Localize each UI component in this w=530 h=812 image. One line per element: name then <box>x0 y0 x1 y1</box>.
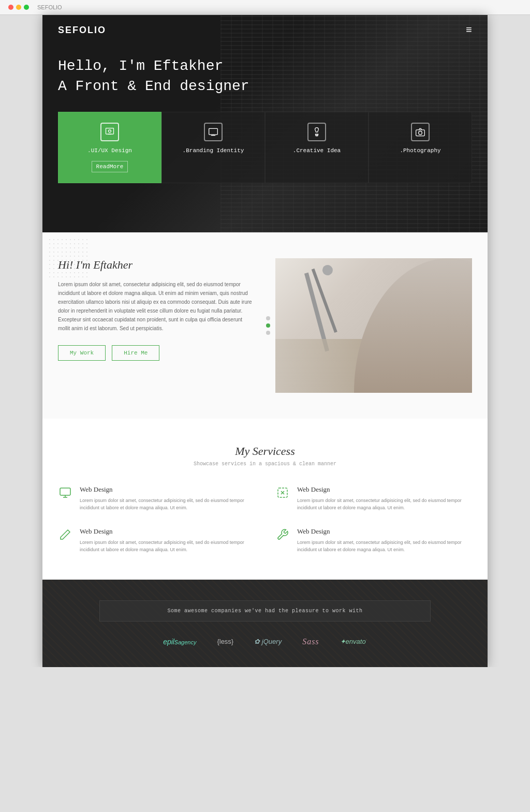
client-logo-epils: epilsagency <box>163 638 196 646</box>
svg-rect-0 <box>106 128 114 135</box>
browser-chrome: SEFOLIO <box>0 0 530 15</box>
hero-line1: Hello, I'm Eftakher <box>58 58 223 74</box>
logo-prefix: SE <box>58 25 72 35</box>
dots-indicator <box>266 316 270 335</box>
service-item-1-text: Lorem ipsum dolor sit amet, consectetur … <box>80 497 255 512</box>
clients-logos: epilsagency {less} ✿ jQuery Sass ✦envato… <box>58 637 472 646</box>
about-text: Lorem ipsum dolor sit amet, consectetur … <box>58 280 255 333</box>
service-cards: .UI/UX Design ReadMore .Branding Identit… <box>58 112 472 183</box>
hero-section: SEFOLIO ≡ Hello, I'm Eftakher A Front & … <box>42 15 488 232</box>
about-left: Hi! I'm Eftakher Lorem ipsum dolor sit a… <box>58 258 260 361</box>
hero-heading: Hello, I'm Eftakher A Front & End design… <box>58 56 472 96</box>
my-work-button[interactable]: My Work <box>58 345 106 361</box>
about-section: Hi! I'm Eftakher Lorem ipsum dolor sit a… <box>42 232 488 419</box>
service-item-1: Web Design Lorem ipsum dolor sit amet, c… <box>58 485 255 512</box>
about-image <box>275 258 472 393</box>
service-card-creative[interactable]: .Creative Idea <box>265 112 369 183</box>
maximize-dot <box>24 5 29 10</box>
service-label-creative: .Creative Idea <box>273 147 360 154</box>
pencil-icon <box>58 527 72 542</box>
services-title: My Servicess <box>58 445 472 458</box>
service-item-4-title: Web Design <box>297 527 472 536</box>
minimize-dot <box>16 5 21 10</box>
client-logo-less: {less} <box>217 638 233 645</box>
about-title: Hi! I'm Eftakher <box>58 258 255 272</box>
service-card-photography[interactable]: .Photography <box>369 112 472 183</box>
services-section: My Servicess Showcase services in a spac… <box>42 419 488 580</box>
client-logo-envato: ✦envato· <box>340 638 367 645</box>
service-item-4: Web Design Lorem ipsum dolor sit amet, c… <box>275 527 472 554</box>
dot-3 <box>266 331 270 335</box>
clients-banner: Some awesome companies we've had the ple… <box>99 600 431 622</box>
hamburger-menu[interactable]: ≡ <box>466 24 472 36</box>
services-grid: Web Design Lorem ipsum dolor sit amet, c… <box>58 485 472 554</box>
service-item-3: Web Design Lorem ipsum dolor sit amet, c… <box>58 527 255 554</box>
svg-point-1 <box>109 130 111 132</box>
hero-nav: SEFOLIO ≡ <box>42 15 488 46</box>
clients-banner-text: Some awesome companies we've had the ple… <box>115 608 415 614</box>
ui-ux-icon <box>100 123 119 141</box>
service-item-2-title: Web Design <box>297 485 472 494</box>
svg-point-4 <box>419 131 422 135</box>
client-logo-jquery: ✿ jQuery <box>254 638 282 645</box>
page-wrapper: SEFOLIO ≡ Hello, I'm Eftakher A Front & … <box>42 15 488 667</box>
read-more-button[interactable]: ReadMore <box>92 161 128 172</box>
photography-icon <box>411 123 430 141</box>
svg-rect-3 <box>416 130 425 136</box>
dot-1 <box>266 316 270 320</box>
service-item-3-text: Lorem ipsum dolor sit amet, consectetur … <box>80 539 255 554</box>
logo-suffix: FOLIO <box>72 25 106 35</box>
about-buttons: My Work Hire Me <box>58 345 255 361</box>
about-right <box>275 258 472 393</box>
services-subtitle: Showcase services in a spacious & clean … <box>58 461 472 467</box>
service-label-photography: .Photography <box>377 147 464 154</box>
service-item-3-title: Web Design <box>80 527 255 536</box>
hero-content: Hello, I'm Eftakher A Front & End design… <box>42 46 488 183</box>
bracket-icon <box>275 485 290 500</box>
service-item-1-title: Web Design <box>80 485 255 494</box>
service-card-branding[interactable]: .Branding Identity <box>161 112 265 183</box>
service-card-uiux[interactable]: .UI/UX Design ReadMore <box>58 112 161 183</box>
service-item-2-text: Lorem ipsum dolor sit amet, consectetur … <box>297 497 472 512</box>
browser-title: SEFOLIO <box>37 4 62 10</box>
hero-line2: A Front & End designer <box>58 78 249 94</box>
service-item-2: Web Design Lorem ipsum dolor sit amet, c… <box>275 485 472 512</box>
service-label-branding: .Branding Identity <box>170 147 257 154</box>
hire-me-button[interactable]: Hire Me <box>112 345 159 361</box>
service-item-4-text: Lorem ipsum dolor sit amet, consectetur … <box>297 539 472 554</box>
site-logo[interactable]: SEFOLIO <box>58 25 106 36</box>
clients-section: Some awesome companies we've had the ple… <box>42 580 488 667</box>
branding-icon <box>204 123 223 141</box>
dot-2 <box>266 323 270 328</box>
close-dot <box>8 5 13 10</box>
svg-rect-2 <box>209 129 218 135</box>
client-logo-sass: Sass <box>302 637 319 646</box>
service-label-uiux: .UI/UX Design <box>66 147 153 154</box>
tools-icon <box>275 527 290 542</box>
creative-icon <box>307 123 326 141</box>
svg-rect-5 <box>60 488 70 495</box>
monitor-icon <box>58 485 72 500</box>
